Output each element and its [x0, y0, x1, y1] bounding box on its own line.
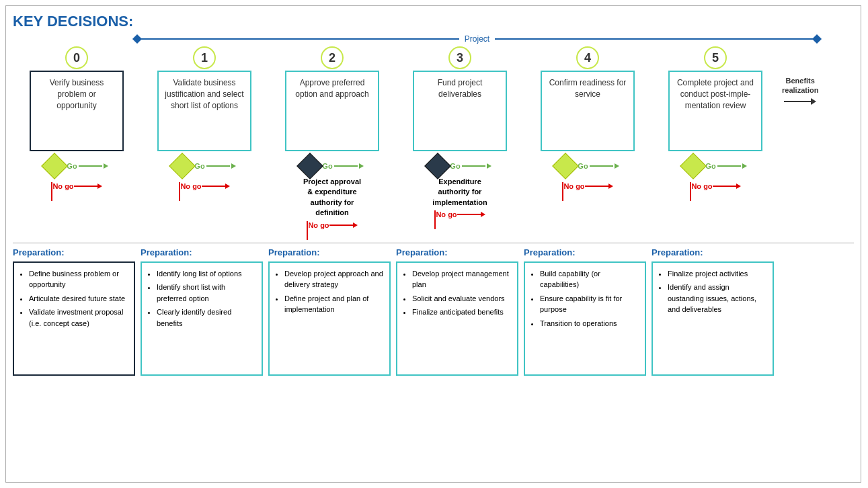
decision-col-2: 2 Approve preferred option and approach [268, 46, 396, 151]
gate-cell-1: Go No go [141, 154, 268, 201]
gate-diamond-1 [169, 153, 196, 179]
go-row-0: Go [45, 157, 108, 175]
benefits-arrow [784, 98, 816, 105]
nogo-area-2: No go [307, 221, 357, 240]
prep-item-3-0: Develop project management plan [412, 268, 512, 290]
prep-box-5: Finalize project activities Identify and… [652, 261, 774, 376]
prep-col-1: Preparation: Identify long list of optio… [141, 247, 268, 376]
decision-number-1: 1 [193, 46, 216, 69]
gate-diamond-5 [680, 153, 707, 179]
prep-title-2: Preparation: [268, 247, 391, 257]
prep-title-5: Preparation: [652, 247, 774, 257]
decision-col-3: 3 Fund project deliverables [396, 46, 524, 151]
go-arrowhead-1 [231, 163, 236, 169]
go-label-4: Go [578, 162, 588, 170]
prep-list-0: Define business problem or opportunity A… [19, 268, 128, 329]
prep-list-1: Identify long list of options Identify s… [147, 268, 256, 329]
nogo-arrowhead-1 [225, 184, 230, 189]
go-line-5 [717, 165, 741, 167]
project-line-2 [495, 38, 814, 40]
go-label-1: Go [194, 162, 204, 170]
project-label: Project [465, 34, 489, 44]
nogo-h-2: No go [308, 221, 357, 229]
decision-number-0: 0 [65, 46, 88, 69]
go-section-4: Go [578, 159, 619, 173]
benefits-col: Benefitsrealization [779, 46, 818, 105]
gate-cell-4: Go No go [524, 154, 652, 201]
page-title: KEY DECISIONS: [13, 13, 854, 30]
nogo-line-5 [713, 186, 736, 187]
go-arrowhead-0 [104, 163, 108, 169]
nogo-with-v-4: No go [562, 182, 613, 201]
decisions-row: 0 Verify business problem or opportunity… [13, 46, 854, 151]
go-row-5: Go [684, 157, 746, 175]
nogo-with-v-0: No go [51, 182, 102, 201]
preparation-section: Preparation: Define business problem or … [13, 243, 854, 376]
nogo-line-1 [202, 186, 225, 187]
nogo-arrowhead-5 [736, 184, 741, 189]
decision-number-5: 5 [704, 46, 727, 69]
nogo-arrowhead-3 [481, 212, 485, 217]
prep-list-4: Build capability (or capabilities) Ensur… [530, 268, 639, 329]
nogo-area-4: No go [562, 182, 613, 201]
prep-item-4-1: Ensure capability is fit for purpose [540, 293, 639, 315]
nogo-label-1: No go [180, 182, 201, 190]
nogo-line-2 [329, 225, 353, 226]
benefits-line [784, 101, 811, 102]
nogo-line-4 [585, 186, 608, 187]
go-arrowhead-4 [615, 163, 619, 169]
decision-box-1: Validate business justification and sele… [157, 71, 251, 151]
prep-item-4-0: Build capability (or capabilities) [540, 268, 639, 290]
prep-item-1-1: Identify short list with preferred optio… [157, 282, 256, 304]
prep-item-0-1: Articulate desired future state [29, 293, 128, 304]
decision-col-0: 0 Verify business problem or opportunity [13, 46, 141, 151]
go-line-1 [206, 165, 230, 167]
prep-item-3-1: Solicit and evaluate vendors [412, 293, 512, 304]
nogo-area-1: No go [179, 182, 229, 201]
prep-box-4: Build capability (or capabilities) Ensur… [524, 261, 646, 376]
go-section-2: Go [322, 159, 363, 173]
prep-title-3: Preparation: [396, 247, 518, 257]
go-section-3: Go [450, 159, 491, 173]
go-line-0 [79, 165, 102, 167]
nogo-area-0: No go [51, 182, 102, 201]
go-section-5: Go [705, 159, 746, 173]
decision-box-2: Approve preferred option and approach [285, 71, 379, 151]
gate-diamond-0 [42, 153, 69, 179]
prep-col-2: Preparation: Develop project approach an… [268, 247, 396, 376]
nogo-label-0: No go [52, 182, 73, 190]
gate-diamond-3 [425, 153, 452, 179]
decision-col-1: 1 Validate business justification and se… [141, 46, 268, 151]
prep-col-3: Preparation: Develop project management … [396, 247, 524, 376]
prep-title-1: Preparation: [141, 247, 263, 257]
decision-box-0: Verify business problem or opportunity [30, 71, 124, 151]
go-section-1: Go [194, 159, 235, 173]
nogo-h-4: No go [563, 182, 613, 190]
gate-cell-5: Go No go [652, 154, 779, 201]
prep-item-1-2: Clearly identify desired benefits [157, 307, 256, 329]
nogo-line-3 [457, 214, 481, 215]
go-label-3: Go [450, 162, 460, 170]
prep-item-3-2: Finalize anticipated benefits [412, 307, 512, 318]
prep-item-4-2: Transition to operations [540, 318, 639, 329]
nogo-with-v-5: No go [690, 182, 740, 201]
gate-cell-0: Go No go [13, 154, 141, 201]
go-label-5: Go [705, 162, 715, 170]
nogo-label-3: No go [436, 210, 457, 218]
prep-item-0-2: Validate investment proposal (i.e. conce… [29, 307, 128, 329]
nogo-with-v-1: No go [179, 182, 229, 201]
prep-item-2-0: Develop project approach and delivery st… [284, 268, 384, 290]
nogo-line-0 [74, 186, 97, 187]
nogo-h-0: No go [52, 182, 102, 190]
prep-list-5: Finalize project activities Identify and… [658, 268, 767, 315]
nogo-h-section-0: No go [52, 182, 102, 190]
nogo-area-5: No go [690, 182, 740, 201]
decision-number-3: 3 [448, 46, 471, 69]
go-line-4 [590, 165, 613, 167]
gate-cell-2: Go Project approval& expenditureauthorit… [268, 154, 396, 240]
prep-item-5-0: Finalize project activities [668, 268, 767, 280]
decision-box-4: Confirm readiness for service [541, 71, 635, 151]
gate-row: Go No go [13, 154, 854, 240]
gate-cell-3: Go Expenditureauthority forimplementatio… [396, 154, 524, 229]
decision-number-4: 4 [576, 46, 599, 69]
